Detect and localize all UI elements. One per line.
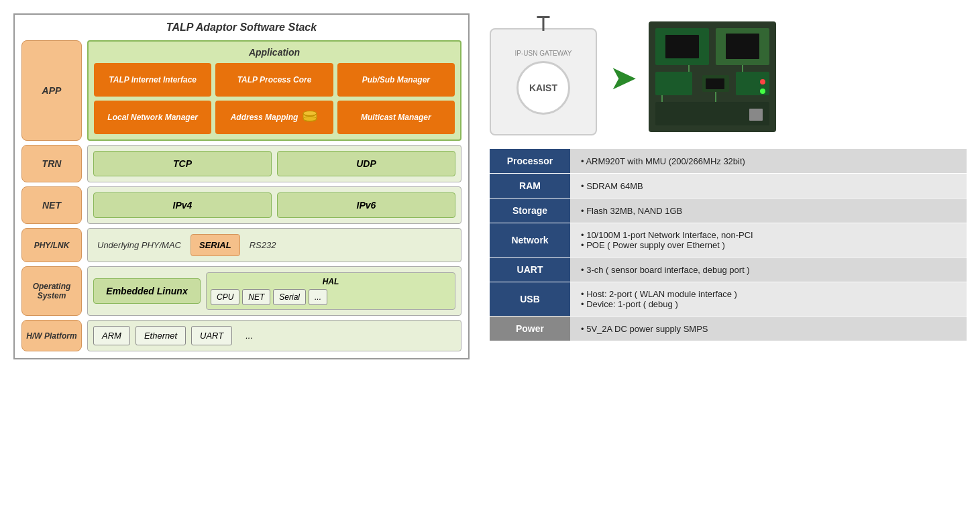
spec-row-ram: RAM • SDRAM 64MB [490,174,967,198]
ipv4-box: IPv4 [93,192,272,218]
svg-point-1 [303,117,317,121]
hw-content: ARM Ethernet UART ... [87,320,461,351]
svg-rect-11 [706,78,724,89]
multicast-manager: Multicast Manager [337,101,455,134]
rs232-box: RS232 [246,236,280,254]
hal-serial: Serial [273,289,306,305]
spec-value-usb: • Host: 2-port ( WLAN module interface )… [570,282,967,317]
net-row: NET IPv4 IPv6 [21,186,461,224]
svg-rect-5 [655,72,692,95]
spec-label-processor: Processor [490,149,570,174]
device-sketch: IP-USN GATEWAY KAIST [490,28,597,135]
spec-value-storage: • Flash 32MB, NAND 1GB [570,198,967,223]
spec-row-uart: UART • 3-ch ( sensor board interface, de… [490,258,967,282]
spec-value-processor: • ARM920T with MMU (200/266MHz 32bit) [570,149,967,174]
app-label: APP [21,40,82,141]
hw-ellipsis: ... [237,327,261,345]
trn-label: TRN [21,145,82,182]
spec-label-uart: UART [490,258,570,282]
antenna-icon [543,16,545,31]
app-content: Application TALP Internet Interface TALP… [87,40,461,141]
arrow-icon: ➤ [610,61,635,95]
ipv6-box: IPv6 [277,192,455,218]
spec-row-network: Network • 10/100M 1-port Network Interfa… [490,223,967,258]
svg-rect-12 [749,109,763,121]
kaist-label: KAIST [529,82,557,93]
net-content: IPv4 IPv6 [87,186,461,224]
trn-row: TRN TCP UDP [21,145,461,182]
specs-table: Processor • ARM920T with MMU (200/266MHz… [490,149,967,341]
software-stack-diagram: TALP Adaptor Software Stack APP Applicat… [13,13,470,359]
spec-row-processor: Processor • ARM920T with MMU (200/266MHz… [490,149,967,174]
hw-label: H/W Platform [21,320,82,351]
hal-box: HAL CPU NET Serial ... [206,272,455,310]
hal-net: NET [242,289,270,305]
photos-row: IP-USN GATEWAY KAIST ➤ [490,13,967,135]
os-row: Operating System Embedded Linunx HAL CPU… [21,266,461,316]
app-row: APP Application TALP Internet Interface … [21,40,461,141]
application-label: Application [94,47,455,58]
spec-value-ram: • SDRAM 64MB [570,174,967,198]
stack-container: APP Application TALP Internet Interface … [21,40,461,351]
talp-internet-interface: TALP Internet Interface [94,63,211,97]
hal-title: HAL [211,277,451,286]
spec-value-uart: • 3-ch ( sensor board interface, debug p… [570,258,967,282]
phy-content: Underlying PHY/MAC SERIAL RS232 [87,228,461,262]
svg-point-17 [760,79,765,84]
svg-rect-10 [726,34,759,59]
spec-row-usb: USB • Host: 2-port ( WLAN module interfa… [490,282,967,317]
phy-row: PHY/LNK Underlying PHY/MAC SERIAL RS232 [21,228,461,262]
serial-box: SERIAL [190,234,240,256]
os-content: Embedded Linunx HAL CPU NET Serial ... [87,266,461,316]
kaist-circle: KAIST [516,61,570,115]
underlying-phy-mac: Underlying PHY/MAC [93,236,185,254]
spec-value-power: • 5V_2A DC power supply SMPS [570,317,967,341]
spec-label-power: Power [490,317,570,341]
hal-ellipsis: ... [309,289,327,305]
address-mapping: Address Mapping [215,101,333,134]
svg-point-18 [760,89,765,94]
hw-ethernet: Ethernet [135,326,186,345]
spec-value-network: • 10/100M 1-port Network Interface, non-… [570,223,967,258]
hal-cpu: CPU [211,289,239,305]
circuit-board [649,21,776,135]
circuit-svg [649,21,776,132]
talp-process-core: TALP Process Core [215,63,333,97]
database-icon [302,110,318,125]
diagram-title: TALP Adaptor Software Stack [21,21,461,34]
app-grid: TALP Internet Interface TALP Process Cor… [94,63,455,134]
spec-label-ram: RAM [490,174,570,198]
spec-row-storage: Storage • Flash 32MB, NAND 1GB [490,198,967,223]
phy-label: PHY/LNK [21,228,82,262]
svg-rect-9 [665,35,699,58]
svg-point-0 [303,111,317,116]
right-panel: IP-USN GATEWAY KAIST ➤ [490,13,967,341]
pub-sub-manager: Pub/Sub Manager [337,63,455,97]
gateway-device: IP-USN GATEWAY KAIST [490,28,597,135]
spec-row-power: Power • 5V_2A DC power supply SMPS [490,317,967,341]
spec-label-storage: Storage [490,198,570,223]
spec-label-network: Network [490,223,570,258]
hw-uart: UART [191,326,232,345]
local-network-manager: Local Network Manager [94,101,211,134]
os-label: Operating System [21,266,82,316]
hal-items: CPU NET Serial ... [211,289,451,305]
trn-content: TCP UDP [87,145,461,182]
gateway-label: IP-USN GATEWAY [515,50,572,57]
udp-box: UDP [277,151,455,176]
hw-row: H/W Platform ARM Ethernet UART ... [21,320,461,351]
embedded-linux-box: Embedded Linunx [93,278,201,304]
tcp-box: TCP [93,151,272,176]
spec-label-usb: USB [490,282,570,317]
hw-arm: ARM [93,326,130,345]
net-label: NET [21,186,82,224]
